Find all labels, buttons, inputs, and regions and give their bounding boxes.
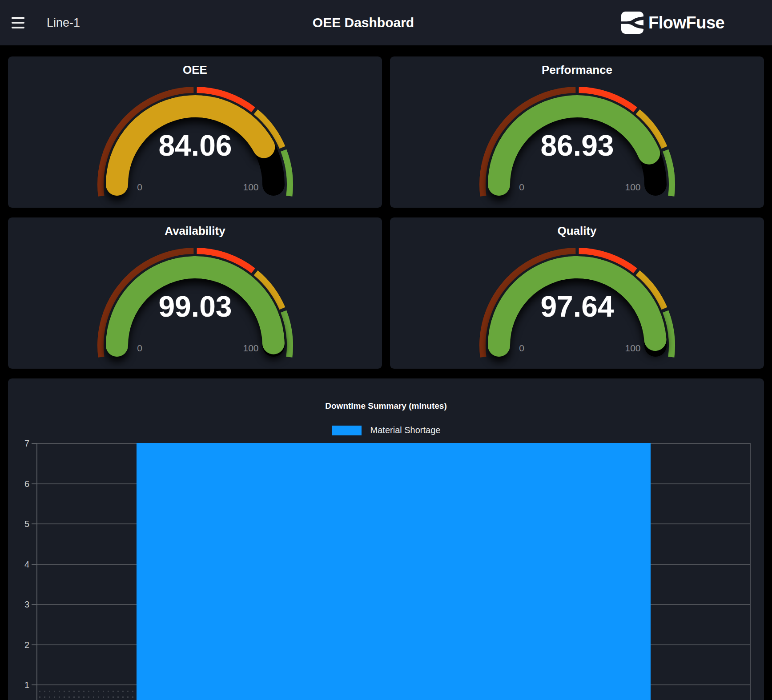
legend-swatch (332, 426, 362, 435)
gauge-title: Performance (542, 63, 612, 76)
y-tick (32, 604, 36, 605)
gauge-card-performance: Performance 86.930100 (390, 56, 764, 208)
gauge-value: 97.64 (540, 290, 614, 323)
y-tick (32, 564, 36, 565)
bar-material-shortage[interactable] (137, 443, 651, 700)
y-tick (32, 644, 36, 645)
gauge-title: OEE (183, 63, 207, 76)
gauge-card-availability: Availability 99.030100 (8, 217, 382, 369)
gauge-title: Availability (165, 224, 225, 237)
gauge-min-label: 0 (137, 343, 142, 353)
gauge-ring-segment (665, 311, 671, 357)
y-tick-label: 7 (12, 439, 29, 449)
brand-name: FlowFuse (648, 13, 724, 32)
gauge-card-quality: Quality 97.640100 (390, 217, 764, 369)
gauge-ring-segment (665, 150, 671, 196)
gauge-max-label: 100 (625, 343, 640, 353)
y-tick-label: 4 (12, 559, 29, 569)
plot-right-border (750, 443, 751, 700)
y-tick-label: 3 (12, 599, 29, 610)
gauge-min-label: 0 (519, 343, 524, 353)
brand-logo[interactable]: FlowFuse (621, 0, 724, 45)
flowfuse-icon (621, 12, 643, 34)
gauge: 99.030100 (93, 239, 298, 369)
gauge: 86.930100 (475, 78, 680, 208)
gauge-value: 99.03 (158, 290, 232, 323)
chart-plot: 7654321 (36, 443, 751, 700)
downtime-chart-card: Downtime Summary (minutes) Material Shor… (8, 378, 764, 700)
page-title: OEE Dashboard (313, 0, 414, 45)
gauge-ring-segment (283, 150, 290, 196)
chart-legend: Material Shortage (8, 425, 764, 435)
gauge-max-label: 100 (243, 343, 258, 353)
gauge: 97.640100 (475, 239, 680, 369)
dotted-row (39, 696, 133, 698)
y-tick-label: 6 (12, 479, 29, 489)
gauge-min-label: 0 (519, 182, 524, 192)
menu-icon[interactable] (12, 17, 25, 28)
gauge-max-label: 100 (243, 182, 258, 192)
y-tick (32, 684, 36, 685)
dashboard-main: OEE 84.060100 Performance 86.930100 Avai… (0, 45, 772, 700)
y-tick (32, 443, 36, 444)
gauge-value: 84.06 (158, 129, 232, 162)
y-axis (36, 443, 37, 700)
chart-title: Downtime Summary (minutes) (8, 401, 764, 411)
y-tick-label: 1 (12, 680, 29, 690)
gauge-title: Quality (557, 224, 596, 237)
legend-item-material-shortage[interactable]: Material Shortage (332, 425, 441, 435)
gauge-min-label: 0 (137, 182, 142, 192)
gauge-max-label: 100 (625, 182, 640, 192)
legend-label: Material Shortage (370, 425, 441, 435)
gauge-ring-segment (283, 311, 290, 357)
dotted-row (39, 691, 133, 692)
gauge-value: 86.93 (540, 129, 614, 162)
app-header: Line-1 OEE Dashboard FlowFuse (0, 0, 772, 45)
y-tick-label: 5 (12, 519, 29, 529)
gauge-card-oee: OEE 84.060100 (8, 56, 382, 208)
gauges-grid: OEE 84.060100 Performance 86.930100 Avai… (8, 56, 764, 369)
gauge: 84.060100 (93, 78, 298, 208)
y-tick (32, 523, 36, 524)
y-tick (32, 483, 36, 484)
y-tick-label: 2 (12, 640, 29, 650)
page-label: Line-1 (47, 0, 80, 45)
